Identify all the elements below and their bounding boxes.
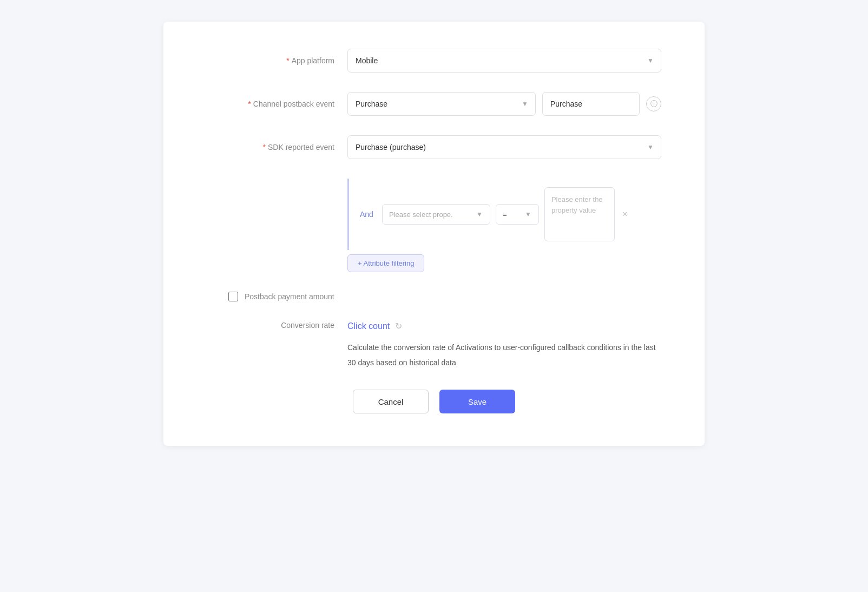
channel-postback-label: * Channel postback event — [207, 100, 347, 108]
attribute-filtering-section: And Please select prope. ▼ = != > < ▼ — [207, 179, 661, 272]
sdk-event-row: * SDK reported event Purchase (purchase)… — [207, 135, 661, 159]
eq-select-wrapper: = != > < ▼ — [496, 204, 539, 225]
property-value-input[interactable]: Please enter the property value — [544, 187, 615, 241]
property-value-placeholder: Please enter the property value — [551, 194, 608, 215]
channel-postback-select[interactable]: Purchase Install Registration — [347, 92, 536, 116]
app-platform-select-wrapper: Mobile Web Desktop ▼ — [347, 49, 661, 73]
sdk-event-select-wrapper: Purchase (purchase) Install (install) Re… — [347, 135, 661, 159]
required-star: * — [286, 56, 289, 65]
channel-postback-control: Purchase Install Registration ▼ ⓘ — [347, 92, 661, 116]
channel-postback-text-input[interactable] — [542, 92, 640, 116]
and-label: And — [360, 210, 373, 219]
app-platform-row: * App platform Mobile Web Desktop ▼ — [207, 49, 661, 73]
conversion-rate-description: Calculate the conversion rate of Activat… — [347, 340, 661, 370]
form-container: * App platform Mobile Web Desktop ▼ * Ch… — [163, 22, 705, 446]
attribute-filtering-content: And Please select prope. ▼ = != > < ▼ — [347, 179, 661, 272]
required-star-3: * — [263, 143, 266, 152]
click-count-label[interactable]: Click count — [347, 321, 390, 331]
add-filter-label: + Attribute filtering — [358, 259, 414, 267]
app-platform-select[interactable]: Mobile Web Desktop — [347, 49, 661, 73]
sdk-event-control: Purchase (purchase) Install (install) Re… — [347, 135, 661, 159]
conversion-rate-label: Conversion rate — [207, 321, 347, 330]
sdk-event-label: * SDK reported event — [207, 143, 347, 152]
conversion-rate-section: Conversion rate Click count ↻ Calculate … — [207, 321, 661, 370]
conversion-rate-row: Conversion rate Click count ↻ Calculate … — [207, 321, 661, 370]
app-platform-control: Mobile Web Desktop ▼ — [347, 49, 661, 73]
postback-payment-label: Postback payment amount — [245, 292, 334, 301]
property-select-wrapper: Please select prope. ▼ — [382, 204, 490, 225]
save-button[interactable]: Save — [439, 390, 515, 413]
required-star-2: * — [248, 100, 251, 108]
close-icon: × — [622, 209, 627, 219]
info-icon: ⓘ — [650, 99, 657, 109]
sdk-event-select[interactable]: Purchase (purchase) Install (install) Re… — [347, 135, 661, 159]
cancel-button[interactable]: Cancel — [353, 390, 429, 413]
postback-payment-checkbox[interactable] — [228, 292, 238, 301]
remove-filter-button[interactable]: × — [620, 207, 629, 221]
info-button[interactable]: ⓘ — [646, 96, 661, 111]
attribute-filtering-label-spacer — [207, 179, 347, 187]
channel-postback-row: * Channel postback event Purchase Instal… — [207, 92, 661, 116]
add-attribute-filter-button[interactable]: + Attribute filtering — [347, 254, 424, 272]
attribute-filter-row: And Please select prope. ▼ = != > < ▼ — [347, 179, 661, 250]
channel-postback-select-wrapper: Purchase Install Registration ▼ — [347, 92, 536, 116]
eq-select[interactable]: = != > < — [496, 204, 539, 225]
postback-payment-row: Postback payment amount — [207, 292, 661, 301]
conversion-rate-content: Click count ↻ Calculate the conversion r… — [347, 321, 661, 370]
app-platform-label: * App platform — [207, 56, 347, 65]
refresh-icon[interactable]: ↻ — [395, 321, 402, 331]
conversion-rate-header: Click count ↻ — [347, 321, 661, 331]
property-select[interactable]: Please select prope. — [382, 204, 490, 225]
action-buttons-row: Cancel Save — [207, 390, 661, 413]
